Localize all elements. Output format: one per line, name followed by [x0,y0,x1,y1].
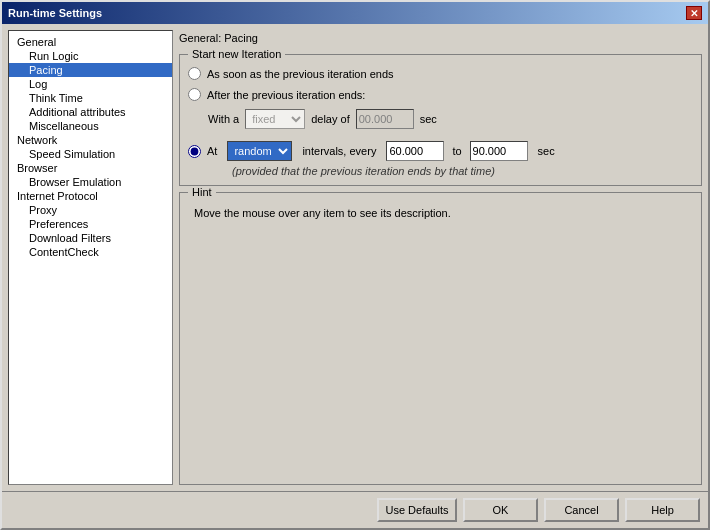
option1-radio[interactable] [188,67,201,80]
sidebar-item-download-filters[interactable]: Download Filters [9,231,172,245]
delay-unit-label: sec [420,113,437,125]
sidebar-item-contentcheck[interactable]: ContentCheck [9,245,172,259]
option1-label: As soon as the previous iteration ends [207,68,394,80]
option2-row: After the previous iteration ends: [188,88,693,101]
hint-content: Move the mouse over any item to see its … [188,201,693,271]
sidebar-item-run-logic[interactable]: Run Logic [9,49,172,63]
sidebar-item-preferences[interactable]: Preferences [9,217,172,231]
pacing-group-title: Start new Iteration [188,48,285,60]
interval-type-select[interactable]: random fixed uniform [227,141,292,161]
section-title: General: Pacing [179,30,702,48]
ok-button[interactable]: OK [463,498,538,522]
option3-section: At random fixed uniform intervals, every… [188,141,693,177]
interval-to-input[interactable] [470,141,528,161]
content-panel: General: Pacing Start new Iteration As s… [179,30,702,485]
option2-label: After the previous iteration ends: [207,89,365,101]
sidebar-item-browser[interactable]: Browser [9,161,172,175]
option3-prefix: At [207,145,217,157]
help-button[interactable]: Help [625,498,700,522]
interval-from-input[interactable] [386,141,444,161]
window-title: Run-time Settings [8,7,102,19]
provided-text: (provided that the previous iteration en… [188,165,693,177]
run-time-settings-window: Run-time Settings ✕ General Run Logic Pa… [0,0,710,530]
option3-row: At random fixed uniform intervals, every… [188,141,693,161]
option2-radio[interactable] [188,88,201,101]
sidebar-item-additional-attributes[interactable]: Additional attributes [9,105,172,119]
close-button[interactable]: ✕ [686,6,702,20]
sidebar-item-browser-emulation[interactable]: Browser Emulation [9,175,172,189]
sidebar-item-network[interactable]: Network [9,133,172,147]
tree-panel: General Run Logic Pacing Log Think Time … [8,30,173,485]
to-label: to [452,145,461,157]
interval-unit-label: sec [538,145,555,157]
pacing-group: Start new Iteration As soon as the previ… [179,54,702,186]
sidebar-item-log[interactable]: Log [9,77,172,91]
hint-text: Move the mouse over any item to see its … [194,207,451,219]
bottom-bar: Use Defaults OK Cancel Help [2,491,708,528]
with-a-label: With a [208,113,239,125]
interval-label: intervals, every [302,145,376,157]
main-content: General Run Logic Pacing Log Think Time … [2,24,708,491]
hint-group-title: Hint [188,186,216,198]
option1-row: As soon as the previous iteration ends [188,67,693,80]
hint-group: Hint Move the mouse over any item to see… [179,192,702,485]
option3-radio[interactable] [188,145,201,158]
sidebar-item-general[interactable]: General [9,35,172,49]
sidebar-item-proxy[interactable]: Proxy [9,203,172,217]
pacing-content: As soon as the previous iteration ends A… [188,63,693,177]
sidebar-item-pacing[interactable]: Pacing [9,63,172,77]
sidebar-item-think-time[interactable]: Think Time [9,91,172,105]
use-defaults-button[interactable]: Use Defaults [377,498,457,522]
sidebar-item-internet-protocol[interactable]: Internet Protocol [9,189,172,203]
sidebar-item-miscellaneous[interactable]: Miscellaneous [9,119,172,133]
sidebar-item-speed-simulation[interactable]: Speed Simulation [9,147,172,161]
delay-value-input [356,109,414,129]
option2-controls: With a fixed random uniform delay of sec [188,109,693,129]
cancel-button[interactable]: Cancel [544,498,619,522]
title-bar: Run-time Settings ✕ [2,2,708,24]
delay-type-select[interactable]: fixed random uniform [245,109,305,129]
delay-of-label: delay of [311,113,350,125]
